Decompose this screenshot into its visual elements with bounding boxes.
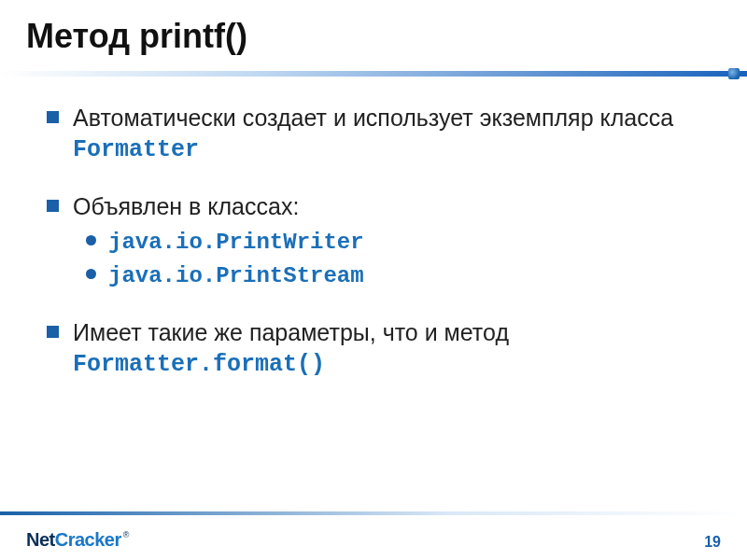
logo-part1: Net [26, 529, 55, 551]
code-text: java.io.PrintWriter [108, 230, 364, 255]
slide: Метод printf() Автоматически создает и и… [0, 0, 747, 560]
slide-title: Метод printf() [26, 17, 721, 56]
list-item: java.io.PrintWriter [86, 225, 713, 259]
logo: NetCracker® [26, 529, 129, 551]
sub-bullet-list: java.io.PrintWriter java.io.PrintStream [86, 225, 713, 291]
page-number: 19 [704, 534, 721, 551]
bullet-list: Автоматически создает и использует экзем… [47, 103, 713, 380]
slide-content: Автоматически создает и использует экзем… [26, 103, 721, 560]
divider-cap-icon [728, 68, 740, 79]
list-item: Автоматически создает и использует экзем… [47, 103, 713, 165]
divider-gradient [0, 71, 747, 77]
bullet-text: Объявлен в классах: [73, 193, 299, 219]
list-item: Имеет такие же параметры, что и метод Fo… [47, 317, 713, 380]
code-text: java.io.PrintStream [108, 263, 364, 288]
logo-registered: ® [123, 530, 130, 539]
list-item: java.io.PrintStream [86, 259, 713, 292]
logo-part2: Cracker [55, 529, 121, 551]
code-text: Formatter.format() [73, 351, 325, 378]
list-item: Объявлен в классах: java.io.PrintWriter … [47, 191, 713, 291]
bullet-text: Имеет такие же параметры, что и метод [73, 319, 509, 345]
footer-divider [0, 511, 747, 515]
bullet-text: Автоматически создает и использует экзем… [73, 105, 673, 131]
code-text: Formatter [73, 136, 199, 163]
slide-footer: NetCracker® 19 [0, 511, 747, 560]
title-divider [0, 65, 747, 84]
